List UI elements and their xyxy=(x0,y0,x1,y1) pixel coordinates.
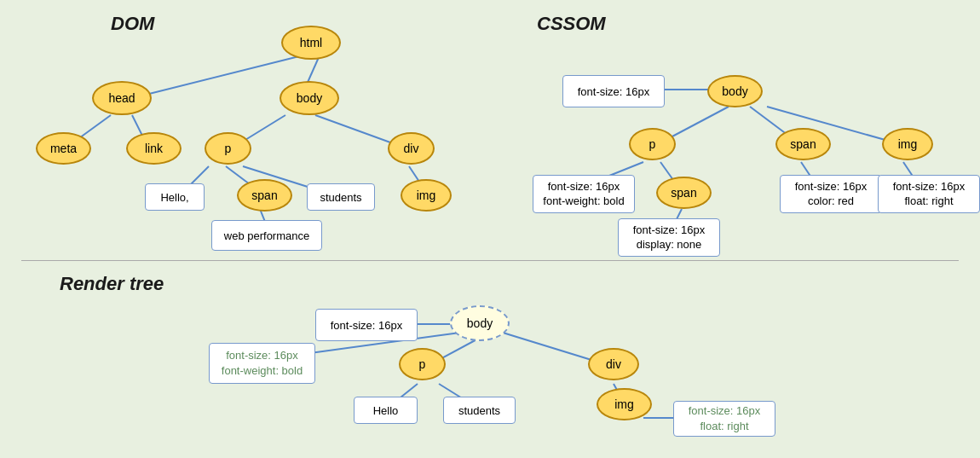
dom-div-node: div xyxy=(388,132,435,165)
dom-span-node: span xyxy=(237,179,292,212)
rt-img-node: img xyxy=(597,388,652,420)
cssom-img-node: img xyxy=(882,128,933,160)
rt-float-rect: font-size: 16pxfloat: right xyxy=(673,401,775,437)
dom-webperf-node: web performance xyxy=(211,220,322,251)
connection-lines xyxy=(0,0,980,458)
dom-hello-node: Hello, xyxy=(145,183,205,211)
rt-body-node: body xyxy=(450,305,510,341)
render-tree-label: Render tree xyxy=(60,273,164,295)
cssom-span-child-node: span xyxy=(656,177,712,209)
cssom-p-node: p xyxy=(629,128,676,160)
cssom-body-node: body xyxy=(707,75,763,107)
cssom-span-rect: font-size: 16pxcolor: red xyxy=(780,175,882,213)
cssom-span-node: span xyxy=(775,128,831,160)
cssom-img-rect: font-size: 16pxfloat: right xyxy=(878,175,980,213)
dom-img-node: img xyxy=(401,179,452,212)
dom-label: DOM xyxy=(111,13,154,35)
dom-link-node: link xyxy=(126,132,182,165)
rt-students-node: students xyxy=(443,397,516,424)
rt-hello-node: Hello xyxy=(354,397,418,424)
dom-p-node: p xyxy=(205,132,251,165)
cssom-root-rect: font-size: 16px xyxy=(562,75,665,107)
dom-body-node: body xyxy=(280,81,339,115)
dom-students-node: students xyxy=(307,183,375,211)
cssom-span-child-rect: font-size: 16pxdisplay: none xyxy=(618,218,720,257)
cssom-label: CSSOM xyxy=(537,13,606,35)
rt-div-node: div xyxy=(588,348,639,380)
dom-head-node: head xyxy=(92,81,152,115)
cssom-p-rect: font-size: 16pxfont-weight: bold xyxy=(533,175,635,213)
rt-fontsize-rect: font-size: 16px xyxy=(315,309,418,341)
rt-p-node: p xyxy=(399,348,446,380)
rt-fontsize-bold-rect: font-size: 16pxfont-weight: bold xyxy=(209,343,315,384)
svg-line-0 xyxy=(132,55,303,98)
section-divider xyxy=(21,260,959,261)
dom-html-node: html xyxy=(281,26,341,60)
dom-meta-node: meta xyxy=(36,132,91,165)
